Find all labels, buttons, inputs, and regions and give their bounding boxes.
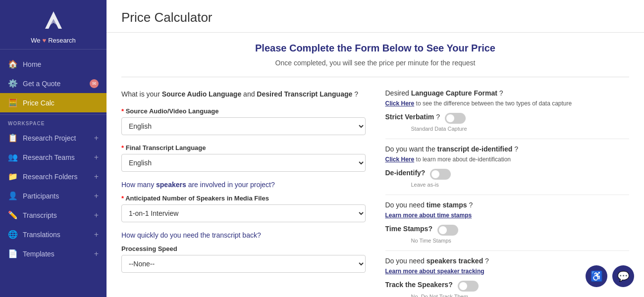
right-divider-2 <box>385 195 630 195</box>
verbatim-slider <box>445 113 466 124</box>
sidebar-item-participants[interactable]: 👤 Participants + <box>0 186 107 205</box>
deidentify-title-bold: transcript de-identified <box>437 145 513 153</box>
sidebar-item-participants-label: Participants <box>23 192 59 200</box>
sidebar-item-price-calc[interactable]: 🧮 Price Calc <box>0 93 107 112</box>
deidentify-title-part1: Do you want the <box>385 145 437 153</box>
sidebar-item-transcripts-label: Transcripts <box>23 211 57 219</box>
sidebar-item-translations-label: Translations <box>23 231 60 239</box>
format-title: Desired Language Capture Format ? <box>385 89 630 97</box>
research-project-plus[interactable]: + <box>94 134 99 143</box>
floating-buttons: ♿ 💬 <box>586 265 634 287</box>
sidebar-item-research-folders-label: Research Folders <box>23 173 78 181</box>
translations-icon: 🌐 <box>8 230 18 239</box>
speakers-track-title-part1: Do you need <box>385 257 427 265</box>
speed-select[interactable]: --None-- Standard (3-5 days) Rush (1-2 d… <box>121 255 366 273</box>
speakers-track-label-text: Track the Speakers? <box>385 281 453 289</box>
speed-group: Processing Speed --None-- Standard (3-5 … <box>121 245 366 273</box>
translations-plus[interactable]: + <box>94 230 99 239</box>
participants-plus[interactable]: + <box>94 192 99 200</box>
participants-icon: 👤 <box>8 191 18 200</box>
desc-part3: ? <box>354 90 358 98</box>
timestamps-link[interactable]: Learn more about time stamps <box>385 212 630 219</box>
final-language-label: * Final Transcript Language <box>121 144 366 151</box>
sidebar-item-research-teams-label: Research Teams <box>23 153 75 161</box>
verbatim-toggle[interactable] <box>445 113 466 124</box>
deidentify-title: Do you want the transcript de-identified… <box>385 145 630 153</box>
source-language-select[interactable]: English Spanish French German <box>121 117 366 135</box>
speakers-required: * <box>121 195 124 202</box>
speakers-track-link-text[interactable]: Learn more about speaker tracking <box>385 268 484 275</box>
accessibility-button[interactable]: ♿ <box>586 265 607 287</box>
timestamps-toggle-row: Time Stamps? <box>385 225 630 236</box>
final-label-text: Final Transcript Language <box>126 144 206 151</box>
templates-icon: 📄 <box>8 249 18 258</box>
templates-plus[interactable]: + <box>94 249 99 258</box>
page-title: Price Calculator <box>121 10 629 25</box>
source-required: * <box>121 107 124 115</box>
speakers-track-label: Track the Speakers? <box>385 281 453 289</box>
chat-button[interactable]: 💬 <box>612 265 634 287</box>
brand-research: Research <box>48 37 76 44</box>
research-folders-icon: 📁 <box>8 172 18 181</box>
sidebar-item-get-a-quote[interactable]: ⚙️ Get a Quote ✉ <box>0 74 107 93</box>
timestamps-caption: No Time Stamps <box>385 238 630 244</box>
workspace-label: WORKSPACE <box>0 114 107 128</box>
format-link: Click Here to see the difference between… <box>385 100 630 107</box>
speakers-track-title-part2: ? <box>485 257 489 265</box>
sidebar-item-pricecalc-label: Price Calc <box>23 99 54 107</box>
verbatim-label-part1: Strict Verbatim <box>385 113 434 121</box>
final-language-select[interactable]: English Spanish French German <box>121 154 366 172</box>
research-folders-plus[interactable]: + <box>94 172 99 181</box>
heart-icon: ♥ <box>42 37 46 44</box>
timestamps-slider <box>437 225 458 236</box>
deidentify-label: De-identify? <box>385 169 426 177</box>
right-divider-3 <box>385 250 630 251</box>
speakers-select[interactable]: 1-on-1 Interview 2-3 Speakers 4-6 Speake… <box>121 204 366 222</box>
sidebar-item-transcripts[interactable]: ✏️ Transcripts + <box>0 205 107 225</box>
deidentify-label-text: De-identify? <box>385 169 426 177</box>
sidebar-item-home[interactable]: 🏠 Home <box>0 54 107 74</box>
speakers-track-caption: No, Do Not Track Them <box>385 294 630 297</box>
sidebar-item-research-folders[interactable]: 📁 Research Folders + <box>0 167 107 186</box>
calc-icon: 🧮 <box>8 98 18 107</box>
timestamps-title-part1: Do you need <box>385 201 427 209</box>
timestamps-title-bold: time stamps <box>427 201 467 209</box>
deidentify-link-btn[interactable]: Click Here <box>385 156 415 163</box>
transcripts-plus[interactable]: + <box>94 211 99 220</box>
speakers-track-title: Do you need speakers tracked ? <box>385 257 630 265</box>
source-label-text: Source Audio/Video Language <box>126 107 219 115</box>
deidentify-link: Click Here to learn more about de-identi… <box>385 156 630 163</box>
form-heading: Please Complete the Form Below to See Yo… <box>121 43 629 54</box>
speakers-question: How many speakers are involved in your p… <box>121 181 366 189</box>
home-icon: 🏠 <box>8 59 18 69</box>
transcripts-icon: ✏️ <box>8 210 18 220</box>
speakers-q-part2: are involved in your project? <box>188 181 275 189</box>
speakers-track-toggle[interactable] <box>458 281 479 292</box>
verbatim-label: Strict Verbatim ? <box>385 113 440 121</box>
format-link-btn[interactable]: Click Here <box>385 100 415 107</box>
speakers-track-slider <box>458 281 479 292</box>
source-language-label: * Source Audio/Video Language <box>121 107 366 115</box>
sidebar-item-research-teams[interactable]: 👥 Research Teams + <box>0 148 107 167</box>
app-logo <box>41 9 66 34</box>
final-required: * <box>121 144 124 151</box>
sidebar-item-translations[interactable]: 🌐 Translations + <box>0 225 107 244</box>
sidebar: We ♥ Research 🏠 Home ⚙️ Get a Quote ✉ 🧮 … <box>0 0 107 297</box>
transcript-lang-bold: Desired Transcript Language <box>257 90 352 98</box>
form-left: What is your Source Audio Language and D… <box>121 89 366 297</box>
format-title-part1: Desired <box>385 89 411 97</box>
sidebar-item-research-project[interactable]: 📋 Research Project + <box>0 128 107 148</box>
timestamps-label: Time Stamps? <box>385 225 432 233</box>
research-teams-plus[interactable]: + <box>94 153 99 162</box>
format-title-bold: Language Capture Format <box>411 89 497 97</box>
speakers-track-title-bold: speakers tracked <box>427 257 483 265</box>
speakers-group: * Anticipated Number of Speakers in Medi… <box>121 195 366 222</box>
source-lang-bold: Source Audio Language <box>162 90 242 98</box>
sidebar-item-quote-label: Get a Quote <box>23 80 60 88</box>
sidebar-navigation: 🏠 Home ⚙️ Get a Quote ✉ 🧮 Price Calc WOR… <box>0 50 107 268</box>
sidebar-item-templates[interactable]: 📄 Templates + <box>0 244 107 263</box>
quote-badge: ✉ <box>90 79 99 88</box>
deidentify-toggle[interactable] <box>430 169 451 180</box>
timestamps-link-text[interactable]: Learn more about time stamps <box>385 212 472 219</box>
timestamps-toggle[interactable] <box>437 225 458 236</box>
